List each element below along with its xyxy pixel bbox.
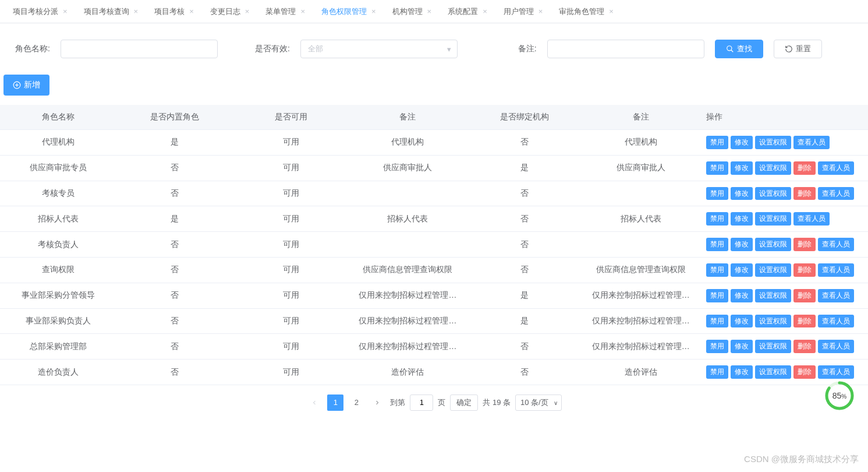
cell-enabled: 可用 bbox=[233, 155, 349, 181]
cell-remark2 bbox=[583, 232, 699, 258]
view-members-button[interactable]: 查看人员 bbox=[818, 238, 854, 251]
close-icon[interactable]: × bbox=[609, 8, 614, 15]
disable-button[interactable]: 禁用 bbox=[706, 136, 728, 149]
view-members-button[interactable]: 查看人员 bbox=[818, 289, 854, 302]
close-icon[interactable]: × bbox=[300, 8, 305, 15]
disable-button[interactable]: 禁用 bbox=[706, 187, 728, 200]
view-members-button[interactable]: 查看人员 bbox=[793, 212, 830, 226]
chevron-down-icon: ∨ bbox=[554, 399, 558, 406]
delete-button[interactable]: 删除 bbox=[793, 238, 816, 251]
close-icon[interactable]: × bbox=[189, 8, 194, 15]
delete-button[interactable]: 删除 bbox=[793, 161, 816, 175]
set-permission-button[interactable]: 设置权限 bbox=[755, 212, 791, 226]
page-label: 页 bbox=[438, 397, 445, 408]
set-permission-button[interactable]: 设置权限 bbox=[755, 340, 791, 353]
tab-3[interactable]: 变更日志× bbox=[202, 0, 258, 23]
disable-button[interactable]: 禁用 bbox=[706, 238, 728, 251]
edit-button[interactable]: 修改 bbox=[731, 365, 753, 379]
tab-1[interactable]: 项目考核查询× bbox=[76, 0, 147, 23]
filter-valid-select[interactable]: 全部 ▾ bbox=[300, 40, 458, 58]
disable-button[interactable]: 禁用 bbox=[706, 161, 728, 175]
cell-actions: 禁用修改设置权限删除查看人员 bbox=[699, 257, 868, 283]
disable-button[interactable]: 禁用 bbox=[706, 365, 728, 379]
delete-button[interactable]: 删除 bbox=[793, 315, 816, 328]
tab-label: 角色权限管理 bbox=[321, 6, 367, 17]
goto-page-input[interactable] bbox=[410, 394, 433, 411]
col-header-remark2: 备注 bbox=[583, 105, 699, 130]
edit-button[interactable]: 修改 bbox=[731, 161, 753, 175]
edit-button[interactable]: 修改 bbox=[731, 263, 753, 277]
page-1-button[interactable]: 1 bbox=[327, 394, 343, 411]
edit-button[interactable]: 修改 bbox=[731, 136, 753, 149]
edit-button[interactable]: 修改 bbox=[731, 212, 753, 226]
close-icon[interactable]: × bbox=[63, 8, 68, 15]
svg-point-0 bbox=[727, 46, 731, 51]
set-permission-button[interactable]: 设置权限 bbox=[755, 289, 791, 302]
tab-4[interactable]: 菜单管理× bbox=[257, 0, 313, 23]
set-permission-button[interactable]: 设置权限 bbox=[755, 365, 791, 379]
delete-button[interactable]: 删除 bbox=[793, 340, 816, 353]
tab-6[interactable]: 机构管理× bbox=[384, 0, 440, 23]
close-icon[interactable]: × bbox=[427, 8, 432, 15]
tab-label: 机构管理 bbox=[392, 6, 423, 17]
delete-button[interactable]: 删除 bbox=[793, 289, 816, 302]
set-permission-button[interactable]: 设置权限 bbox=[755, 315, 791, 328]
tab-7[interactable]: 系统配置× bbox=[440, 0, 495, 23]
edit-button[interactable]: 修改 bbox=[731, 315, 753, 328]
edit-button[interactable]: 修改 bbox=[731, 340, 753, 353]
set-permission-button[interactable]: 设置权限 bbox=[755, 136, 791, 149]
close-icon[interactable]: × bbox=[538, 8, 543, 15]
cell-actions: 禁用修改设置权限删除查看人员 bbox=[699, 232, 868, 258]
close-icon[interactable]: × bbox=[483, 8, 487, 15]
watermark: CSDN @微服务商城技术分享 bbox=[744, 454, 859, 465]
cell-enabled: 可用 bbox=[233, 232, 349, 258]
tab-8[interactable]: 用户管理× bbox=[495, 0, 551, 23]
filter-role-name-input[interactable] bbox=[61, 40, 218, 58]
view-members-button[interactable]: 查看人员 bbox=[818, 187, 854, 200]
page-prev-button[interactable] bbox=[306, 394, 323, 411]
edit-button[interactable]: 修改 bbox=[731, 187, 753, 200]
set-permission-button[interactable]: 设置权限 bbox=[755, 238, 791, 251]
disable-button[interactable]: 禁用 bbox=[706, 340, 728, 353]
close-icon[interactable]: × bbox=[371, 8, 376, 15]
search-button[interactable]: 查找 bbox=[715, 40, 763, 58]
view-members-button[interactable]: 查看人员 bbox=[793, 136, 830, 149]
close-icon[interactable]: × bbox=[134, 8, 139, 15]
delete-button[interactable]: 删除 bbox=[793, 365, 816, 379]
cell-bound: 否 bbox=[466, 232, 583, 258]
set-permission-button[interactable]: 设置权限 bbox=[755, 161, 791, 175]
disable-button[interactable]: 禁用 bbox=[706, 212, 728, 226]
disable-button[interactable]: 禁用 bbox=[706, 263, 728, 277]
edit-button[interactable]: 修改 bbox=[731, 238, 753, 251]
page-size-select[interactable]: 10 条/页 ∨ bbox=[515, 394, 562, 411]
delete-button[interactable]: 删除 bbox=[793, 187, 816, 200]
search-button-label: 查找 bbox=[737, 44, 752, 54]
reset-button[interactable]: 重置 bbox=[774, 40, 822, 58]
cell-remark2: 招标人代表 bbox=[583, 206, 699, 232]
tab-5[interactable]: 角色权限管理× bbox=[313, 0, 384, 23]
goto-confirm-button[interactable]: 确定 bbox=[450, 394, 478, 411]
tab-2[interactable]: 项目考核× bbox=[146, 0, 202, 23]
tab-0[interactable]: 项目考核分派× bbox=[5, 0, 76, 23]
view-members-button[interactable]: 查看人员 bbox=[818, 315, 854, 328]
page-next-button[interactable] bbox=[369, 394, 385, 411]
set-permission-button[interactable]: 设置权限 bbox=[755, 263, 791, 277]
disable-button[interactable]: 禁用 bbox=[706, 315, 728, 328]
view-members-button[interactable]: 查看人员 bbox=[818, 340, 854, 353]
cell-remark: 仅用来控制招标过程管理… bbox=[349, 283, 466, 308]
page-2-button[interactable]: 2 bbox=[348, 394, 364, 411]
filter-remark-input[interactable] bbox=[547, 40, 704, 58]
edit-button[interactable]: 修改 bbox=[731, 289, 753, 302]
reset-button-label: 重置 bbox=[796, 44, 811, 54]
view-members-button[interactable]: 查看人员 bbox=[818, 263, 854, 277]
tab-9[interactable]: 审批角色管理× bbox=[551, 0, 622, 23]
cell-remark: 代理机构 bbox=[349, 130, 466, 156]
close-icon[interactable]: × bbox=[245, 8, 250, 15]
add-button[interactable]: 新增 bbox=[3, 75, 49, 96]
disable-button[interactable]: 禁用 bbox=[706, 289, 728, 302]
view-members-button[interactable]: 查看人员 bbox=[818, 365, 854, 379]
set-permission-button[interactable]: 设置权限 bbox=[755, 187, 791, 200]
delete-button[interactable]: 删除 bbox=[793, 263, 816, 277]
cell-builtin: 否 bbox=[116, 257, 233, 283]
view-members-button[interactable]: 查看人员 bbox=[818, 161, 854, 175]
